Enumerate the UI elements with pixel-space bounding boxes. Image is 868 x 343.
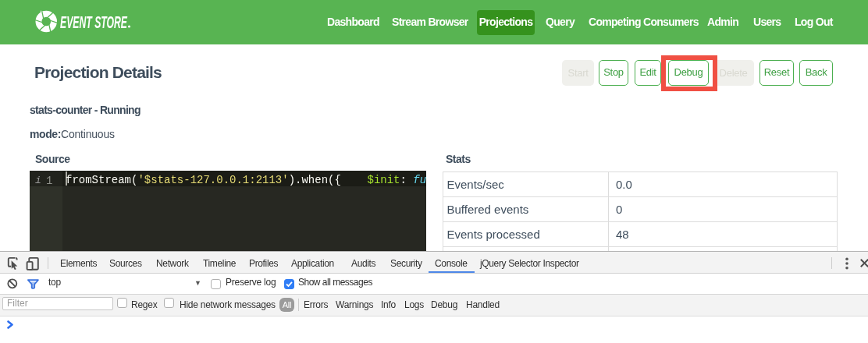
svg-text:EVENT STORE: EVENT STORE: [60, 13, 127, 32]
